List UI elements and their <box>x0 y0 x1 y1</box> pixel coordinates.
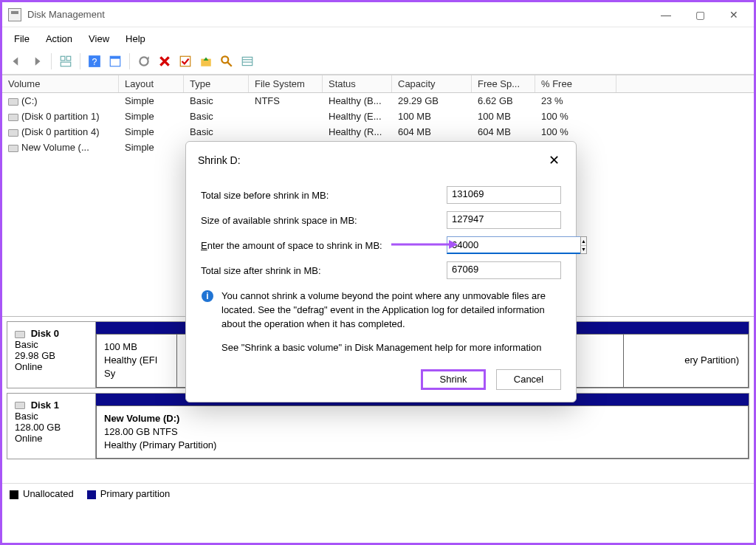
svg-rect-1 <box>66 56 71 61</box>
menu-file[interactable]: File <box>7 30 37 47</box>
value-available-space: 127947 <box>447 211 561 229</box>
menu-help[interactable]: Help <box>118 30 153 47</box>
legend-primary-swatch <box>87 490 96 499</box>
menu-view[interactable]: View <box>81 30 117 47</box>
partition-state: Healthy (Primary Partition) <box>104 439 740 452</box>
info-text: You cannot shrink a volume beyond the po… <box>221 289 561 332</box>
partition-name: New Volume (D:) <box>104 412 740 425</box>
forward-icon[interactable] <box>29 53 45 69</box>
svg-rect-0 <box>61 56 65 61</box>
disk-name: Disk 0 <box>31 328 59 339</box>
disk-name: Disk 1 <box>31 400 59 411</box>
disk1-partition-d[interactable]: New Volume (D:) 128.00 GB NTFS Healthy (… <box>96 405 749 459</box>
window-icon[interactable] <box>107 53 123 69</box>
col-freespace[interactable]: Free Sp... <box>472 75 535 92</box>
disk0-label: Disk 0 Basic 29.98 GB Online <box>7 322 96 388</box>
volume-icon <box>8 145 18 152</box>
window-controls: — ▢ ✕ <box>649 4 751 26</box>
shrink-amount-input[interactable] <box>447 236 580 254</box>
table-row[interactable]: (C:) Simple Basic NTFS Healthy (B... 29.… <box>2 93 754 109</box>
table-row[interactable]: (Disk 0 partition 1) Simple Basic Health… <box>2 109 754 124</box>
col-status[interactable]: Status <box>323 75 392 92</box>
cell-capacity: 29.29 GB <box>392 93 472 109</box>
cancel-button[interactable]: Cancel <box>496 369 561 390</box>
legend-unallocated-label: Unallocated <box>23 488 74 499</box>
col-filesystem[interactable]: File System <box>249 75 323 92</box>
svg-rect-11 <box>242 57 252 65</box>
value-total-after: 67069 <box>447 261 561 279</box>
menu-action[interactable]: Action <box>38 30 80 47</box>
volume-icon <box>8 114 18 121</box>
svg-rect-8 <box>180 56 190 66</box>
cell-type: Basic <box>184 124 249 140</box>
dialog-title: Shrink D: <box>198 154 544 166</box>
disk-state: Online <box>15 433 88 444</box>
svg-rect-2 <box>61 62 71 66</box>
legend: Unallocated Primary partition <box>2 483 754 504</box>
partition-size: 100 MB <box>104 340 169 354</box>
volume-grid-header: Volume Layout Type File System Status Ca… <box>2 75 754 93</box>
label-total-before: Total size before shrink in MB: <box>201 190 447 201</box>
highlight-arrow-icon <box>391 238 458 251</box>
cell-type: Basic <box>184 109 249 124</box>
cell-pfree: 23 % <box>535 93 616 109</box>
search-icon[interactable] <box>219 53 235 69</box>
cell-volume: (Disk 0 partition 1) <box>21 111 99 122</box>
disk1-row[interactable]: Disk 1 Basic 128.00 GB Online New Volume… <box>7 393 749 460</box>
col-type[interactable]: Type <box>184 75 249 92</box>
cell-type: Basic <box>184 93 249 109</box>
menubar: File Action View Help <box>2 27 754 50</box>
tile-icon[interactable] <box>58 53 74 69</box>
cell-free: 100 MB <box>472 109 535 124</box>
spinner-up-button[interactable]: ▲ <box>581 237 586 246</box>
col-capacity[interactable]: Capacity <box>392 75 472 92</box>
cell-volume: (Disk 0 partition 4) <box>21 126 99 137</box>
help-icon[interactable]: ? <box>86 53 103 69</box>
shrink-dialog: Shrink D: ✕ Total size before shrink in … <box>185 141 577 402</box>
svg-rect-6 <box>110 56 120 58</box>
cell-free: 6.62 GB <box>472 93 535 109</box>
col-layout[interactable]: Layout <box>119 75 184 92</box>
col-percentfree[interactable]: % Free <box>535 75 616 92</box>
folder-up-icon[interactable] <box>198 53 214 69</box>
disk-type: Basic <box>15 339 88 350</box>
disk1-graphic: New Volume (D:) 128.00 GB NTFS Healthy (… <box>96 394 749 459</box>
svg-text:?: ? <box>92 57 97 67</box>
svg-point-7 <box>140 57 148 65</box>
check-icon[interactable] <box>177 53 193 69</box>
close-button[interactable]: ✕ <box>717 4 751 26</box>
cell-layout: Simple <box>119 140 184 155</box>
svg-point-10 <box>221 56 228 63</box>
legend-unallocated-swatch <box>10 490 18 499</box>
cell-status: Healthy (R... <box>323 124 392 140</box>
cell-pfree: 100 % <box>535 109 616 124</box>
toolbar: ? <box>2 50 754 75</box>
delete-icon[interactable] <box>157 53 173 69</box>
table-row[interactable]: (Disk 0 partition 4) Simple Basic Health… <box>2 124 754 140</box>
disk-icon <box>15 331 25 338</box>
refresh-icon[interactable] <box>136 53 152 69</box>
back-icon[interactable] <box>8 53 24 69</box>
list-icon[interactable] <box>239 53 255 69</box>
dialog-close-button[interactable]: ✕ <box>544 151 564 170</box>
disk-type: Basic <box>15 411 88 422</box>
cell-capacity: 604 MB <box>392 124 472 140</box>
cell-status: Healthy (E... <box>323 109 392 124</box>
disk1-label: Disk 1 Basic 128.00 GB Online <box>7 394 96 459</box>
cell-fs: NTFS <box>249 93 323 109</box>
volume-icon <box>8 98 18 106</box>
shrink-button[interactable]: Shrink <box>421 369 486 390</box>
volume-icon <box>8 129 18 137</box>
maximize-button[interactable]: ▢ <box>683 4 717 26</box>
spinner-down-button[interactable]: ▼ <box>581 246 586 254</box>
disk0-partition-4[interactable]: ery Partition) <box>623 334 749 388</box>
shrink-amount-spinner[interactable]: ▲ ▼ <box>447 236 561 254</box>
legend-primary-label: Primary partition <box>100 488 171 499</box>
cell-layout: Simple <box>119 109 184 124</box>
disk0-partition-1[interactable]: 100 MB Healthy (EFI Sy <box>96 334 177 388</box>
cell-layout: Simple <box>119 93 184 109</box>
cell-layout: Simple <box>119 124 184 140</box>
minimize-button[interactable]: — <box>649 4 683 26</box>
cell-pfree: 100 % <box>535 124 616 140</box>
col-volume[interactable]: Volume <box>2 75 119 92</box>
